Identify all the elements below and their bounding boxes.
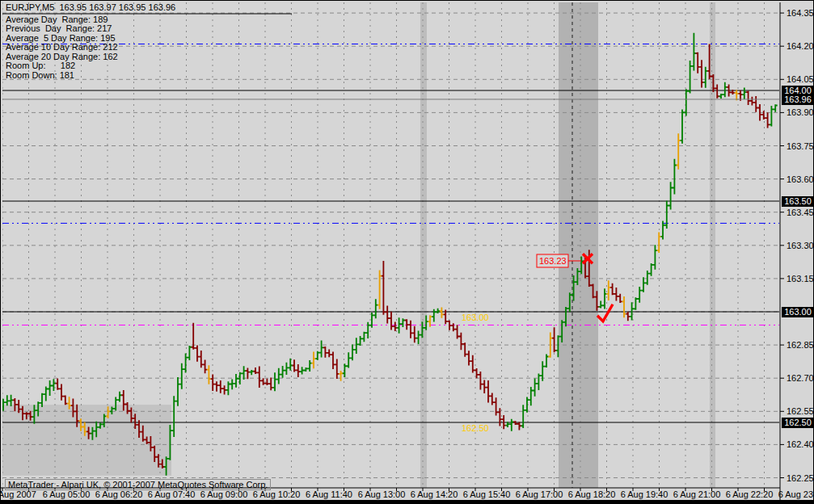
time-axis-label: 6 Aug 23:40 bbox=[773, 489, 814, 499]
price-marker-box: 163.96 bbox=[782, 94, 814, 105]
price-axis[interactable]: 164.35164.20164.05163.90163.75163.60163.… bbox=[781, 1, 814, 489]
price-tick-label: 162.40 bbox=[787, 439, 814, 449]
range-indicator-text-block: Average Day Range: 189Previous Day Range… bbox=[6, 15, 175, 81]
time-axis-label: 6 Aug 18:20 bbox=[563, 489, 621, 499]
price-marker-box: 163.00 bbox=[782, 307, 814, 317]
price-marker-box: 163.50 bbox=[782, 196, 814, 207]
time-axis-label: 6 Aug 13:00 bbox=[352, 489, 411, 499]
price-tick-label: 163.75 bbox=[787, 141, 814, 151]
range-info-line: Average 10 Day Range: 212 bbox=[6, 43, 175, 52]
time-axis-label: 6 Aug 22:20 bbox=[720, 489, 778, 499]
time-axis[interactable]: 6 Aug 20076 Aug 05:006 Aug 06:206 Aug 07… bbox=[1, 489, 814, 500]
time-axis-label: 6 Aug 06:20 bbox=[90, 489, 148, 499]
symbol-ohlc-title: EURJPY,M5 163.95 163.97 163.95 163.96 bbox=[6, 3, 175, 13]
time-axis-label: 6 Aug 14:20 bbox=[405, 489, 463, 499]
price-tick-label: 162.85 bbox=[787, 340, 814, 350]
window-bottom-edge bbox=[1, 500, 814, 504]
time-axis-label: 6 Aug 19:40 bbox=[615, 489, 673, 499]
platform-copyright-label: MetaTrader - Alpari UK, © 2001-2007 Meta… bbox=[5, 479, 271, 490]
price-tick-label: 162.25 bbox=[787, 473, 814, 483]
range-info-line: Room Up: 182 bbox=[6, 61, 175, 71]
time-axis-label: 6 Aug 10:20 bbox=[247, 489, 306, 499]
time-axis-label: 6 Aug 17:00 bbox=[510, 489, 568, 499]
price-tick-label: 164.35 bbox=[787, 8, 814, 18]
price-tick-label: 162.55 bbox=[787, 406, 814, 416]
price-tick-label: 163.30 bbox=[787, 241, 814, 250]
price-tick-label: 162.70 bbox=[787, 373, 814, 383]
metatrader-chart-window: 163.00162.50163.23 EURJPY,M5 163.95 163.… bbox=[0, 0, 814, 504]
chart-header: EURJPY,M5 163.95 163.97 163.95 163.96 Av… bbox=[6, 3, 175, 80]
price-marker-box: 162.50 bbox=[782, 418, 814, 428]
price-tick-label: 163.45 bbox=[787, 208, 814, 217]
time-axis-label: 6 Aug 21:00 bbox=[668, 489, 726, 499]
time-axis-label: 6 Aug 09:00 bbox=[195, 489, 253, 499]
price-tick-label: 164.05 bbox=[787, 74, 814, 84]
time-axis-label: 6 Aug 15:40 bbox=[458, 489, 516, 499]
price-tick-label: 164.20 bbox=[787, 41, 814, 51]
time-axis-label: 6 Aug 11:40 bbox=[300, 489, 358, 499]
price-callout-text: 163.23 bbox=[539, 256, 567, 266]
line-price-label: 163.00 bbox=[462, 313, 489, 322]
time-axis-label: 6 Aug 05:00 bbox=[37, 489, 95, 499]
range-info-line: Previous Day Range: 217 bbox=[6, 24, 175, 34]
range-info-line: Room Down: 181 bbox=[6, 71, 175, 81]
line-price-label: 162.50 bbox=[462, 423, 489, 433]
price-tick-label: 163.15 bbox=[787, 274, 814, 284]
price-tick-label: 163.90 bbox=[787, 107, 814, 117]
time-axis-label: 6 Aug 07:40 bbox=[142, 489, 200, 499]
price-tick-label: 163.60 bbox=[787, 174, 814, 184]
